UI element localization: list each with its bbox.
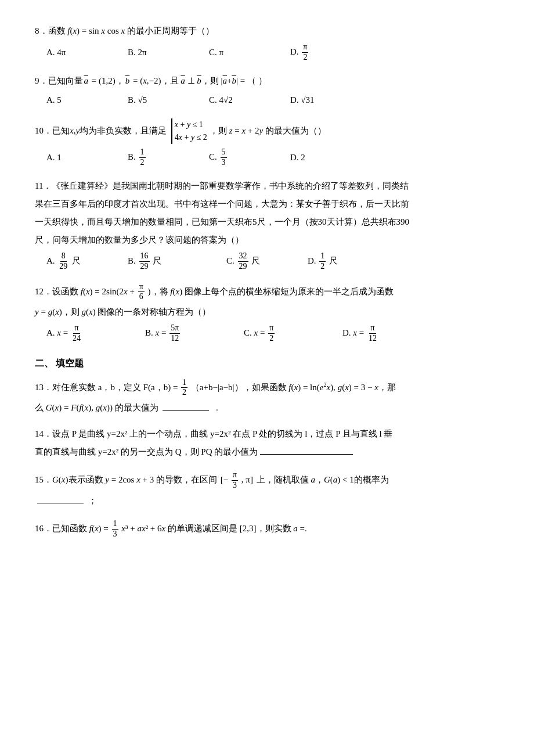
question-16: 16．已知函数 f(x) = 13 x³ + ax² + 6x 的单调递减区间是… xyxy=(35,519,499,539)
q10-option-b: B. 12 xyxy=(128,147,186,168)
q11-text2: 果在三百多年后的印度才首次出现。书中有这样一个问题，大意为：某女子善于织布，后一… xyxy=(35,196,499,212)
q8-options: A. 4π B. 2π C. π D. π2 xyxy=(46,42,499,63)
q10-text: 10．已知x,y均为非负实数，且满足 x + y ≤ 1 4x + y ≤ 2 … xyxy=(35,118,499,145)
q13-text1: 13．对任意实数 a，b，定义 F(a，b) = 12 （a+b−|a−b|），… xyxy=(35,378,499,398)
q12-option-a: A. x = π24 xyxy=(46,323,122,344)
question-11: 11．《张丘建算经》是我国南北朝时期的一部重要数学著作，书中系统的介绍了等差数列… xyxy=(35,178,499,272)
q15-blank xyxy=(37,503,84,503)
q15-blank-line: ； xyxy=(35,493,499,509)
q11-options: A. 829 尺 B. 1629 尺 C. 3229 尺 D. 12 尺 xyxy=(46,251,499,272)
q12-option-c: C. x = π2 xyxy=(244,323,319,344)
q8-text: 8．函数 f(x) = sin x cos x 的最小正周期等于（） xyxy=(35,23,499,39)
q11-text3: 一天织得快，而且每天增加的数量相同，已知第一天织布5尺，一个月（按30天计算）总… xyxy=(35,214,499,230)
q11-text: 11．《张丘建算经》是我国南北朝时期的一部重要数学著作，书中系统的介绍了等差数列… xyxy=(35,178,499,194)
question-10: 10．已知x,y均为非负实数，且满足 x + y ≤ 1 4x + y ≤ 2 … xyxy=(35,118,499,168)
exam-content: 8．函数 f(x) = sin x cos x 的最小正周期等于（） A. 4π… xyxy=(35,23,499,539)
question-8: 8．函数 f(x) = sin x cos x 的最小正周期等于（） A. 4π… xyxy=(35,23,499,63)
q9-option-a: A. 5 xyxy=(46,92,104,108)
question-12: 12．设函数 f(x) = 2sin(2x + π6 )，将 f(x) 图像上每… xyxy=(35,282,499,344)
q9-option-c: C. 4√2 xyxy=(209,92,267,108)
q9-option-b: B. √5 xyxy=(128,92,186,108)
q11-option-d: D. 12 尺 xyxy=(308,251,366,272)
q11-option-a: A. 829 尺 xyxy=(46,251,104,272)
q9-option-d: D. √31 xyxy=(290,92,348,108)
q16-text: 16．已知函数 f(x) = 13 x³ + ax² + 6x 的单调递减区间是… xyxy=(35,519,499,539)
q10-option-d: D. 2 xyxy=(290,150,348,165)
question-15: 15．G(x)表示函数 y = 2cos x + 3 的导数，在区间 [− π3… xyxy=(35,470,499,509)
q10-option-a: A. 1 xyxy=(46,150,104,165)
q9-options: A. 5 B. √5 C. 4√2 D. √31 xyxy=(46,92,499,108)
q10-options: A. 1 B. 12 C. 53 D. 2 xyxy=(46,147,499,168)
q9-text: 9．已知向量a = (1,2)，b = (x,−2)，且 a ⊥ b，则 |a+… xyxy=(35,73,499,89)
q8-option-b: B. 2π xyxy=(128,45,186,60)
q14-text2: 直的直线与曲线 y=2x² 的另一交点为 Q，则 PQ 的最小值为 xyxy=(35,444,499,460)
q11-option-b: B. 1629 尺 xyxy=(128,251,203,272)
question-14: 14．设点 P 是曲线 y=2x² 上的一个动点，曲线 y=2x² 在点 P 处… xyxy=(35,426,499,460)
q12-options: A. x = π24 B. x = 5π12 C. x = π2 D. x = … xyxy=(46,323,499,344)
q12-option-b: B. x = 5π12 xyxy=(145,323,221,344)
question-13: 13．对任意实数 a，b，定义 F(a，b) = 12 （a+b−|a−b|），… xyxy=(35,378,499,416)
q8-option-d: D. π2 xyxy=(290,42,348,63)
q10-option-c: C. 53 xyxy=(209,147,267,168)
q11-text4: 尺，问每天增加的数量为多少尺？该问题的答案为（） xyxy=(35,232,499,248)
q13-blank xyxy=(163,410,209,411)
q12-text2: y = g(x)，则 g(x) 图像的一条对称轴方程为（） xyxy=(35,304,499,320)
q8-option-a: A. 4π xyxy=(46,45,104,60)
q12-text1: 12．设函数 f(x) = 2sin(2x + π6 )，将 f(x) 图像上每… xyxy=(35,282,499,303)
section2-title: 二、 填空题 xyxy=(35,355,499,372)
q14-blank xyxy=(260,454,353,455)
q14-text: 14．设点 P 是曲线 y=2x² 上的一个动点，曲线 y=2x² 在点 P 处… xyxy=(35,426,499,442)
q13-text2: 么 G(x) = F(f(x), g(x)) 的最大值为 . xyxy=(35,400,499,416)
q12-option-d: D. x = π12 xyxy=(342,323,418,344)
q8-option-c: C. π xyxy=(209,45,267,60)
q15-text: 15．G(x)表示函数 y = 2cos x + 3 的导数，在区间 [− π3… xyxy=(35,470,499,491)
q11-option-c: C. 3229 尺 xyxy=(226,251,284,272)
question-9: 9．已知向量a = (1,2)，b = (x,−2)，且 a ⊥ b，则 |a+… xyxy=(35,73,499,108)
